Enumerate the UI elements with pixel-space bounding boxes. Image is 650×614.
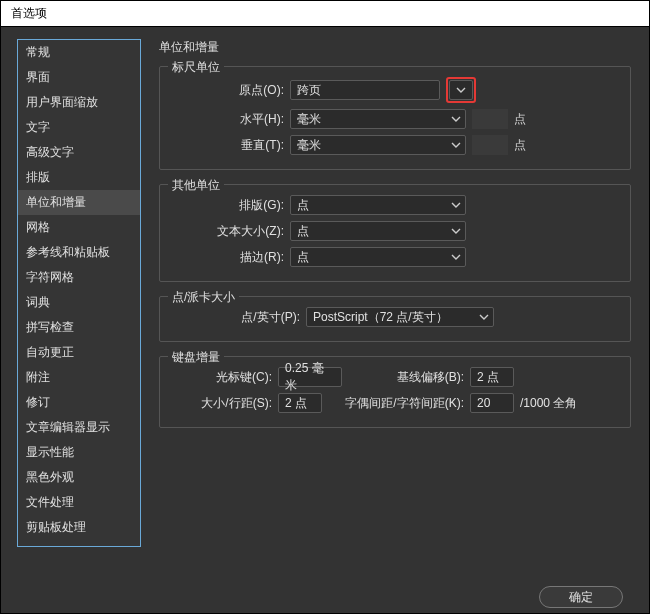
sidebar-item[interactable]: 文章编辑器显示 [18,415,140,440]
point-pica-select[interactable]: PostScript（72 点/英寸） [306,307,494,327]
ok-button[interactable]: 确定 [539,586,623,608]
keyboard-increments-legend: 键盘增量 [168,349,224,366]
stroke-label: 描边(R): [174,249,284,266]
horizontal-select[interactable]: 毫米 [290,109,466,129]
sidebar-item[interactable]: 附注 [18,365,140,390]
other-units-legend: 其他单位 [168,177,224,194]
window-body: 常规界面用户界面缩放文字高级文字排版单位和增量网格参考线和粘贴板字符网格词典拼写… [1,27,649,583]
size-leading-field[interactable]: 2 点 [278,393,322,413]
chevron-down-icon [456,85,466,95]
chevron-down-icon [451,226,461,236]
title-bar: 首选项 [1,1,649,27]
chevron-down-icon [451,140,461,150]
kerning-suffix: /1000 全角 [520,395,577,412]
sidebar-item[interactable]: 单位和增量 [18,190,140,215]
cursor-key-label: 光标键(C): [174,369,272,386]
text-size-select[interactable]: 点 [290,221,466,241]
point-pica-value: PostScript（72 点/英寸） [313,309,448,326]
horizontal-select-value: 毫米 [297,111,321,128]
sidebar-item[interactable]: 修订 [18,390,140,415]
chevron-down-icon [451,114,461,124]
horizontal-readout [472,109,508,129]
sidebar-item[interactable]: 用户界面缩放 [18,90,140,115]
origin-label: 原点(O): [174,82,284,99]
sidebar-item[interactable]: 字符网格 [18,265,140,290]
main-panel: 单位和增量 标尺单位 原点(O): 跨页 水平(H): [141,27,649,583]
typesetting-select-value: 点 [297,197,309,214]
point-pica-legend: 点/派卡大小 [168,289,239,306]
chevron-down-icon [451,200,461,210]
vertical-readout [472,135,508,155]
sidebar-list: 常规界面用户界面缩放文字高级文字排版单位和增量网格参考线和粘贴板字符网格词典拼写… [17,39,141,547]
sidebar-item[interactable]: 文件处理 [18,490,140,515]
origin-dropdown-button[interactable] [449,80,473,100]
sidebar-item[interactable]: 拼写检查 [18,315,140,340]
sidebar-item[interactable]: 自动更正 [18,340,140,365]
sidebar-item[interactable]: 词典 [18,290,140,315]
vertical-select-value: 毫米 [297,137,321,154]
window-title: 首选项 [11,6,47,20]
horizontal-label: 水平(H): [174,111,284,128]
sidebar-item[interactable]: 网格 [18,215,140,240]
sidebar-item[interactable]: 文字 [18,115,140,140]
baseline-shift-label: 基线偏移(B): [348,369,464,386]
point-pica-group: 点/派卡大小 点/英寸(P): PostScript（72 点/英寸） [159,296,631,342]
sidebar: 常规界面用户界面缩放文字高级文字排版单位和增量网格参考线和粘贴板字符网格词典拼写… [1,27,141,583]
panel-title: 单位和增量 [159,39,631,56]
origin-dropdown-highlight [446,77,476,103]
point-pica-label: 点/英寸(P): [174,309,300,326]
sidebar-item[interactable]: 高级文字 [18,140,140,165]
text-size-label: 文本大小(Z): [174,223,284,240]
sidebar-item[interactable]: 黑色外观 [18,465,140,490]
vertical-label: 垂直(T): [174,137,284,154]
chevron-down-icon [479,312,489,322]
baseline-shift-field[interactable]: 2 点 [470,367,514,387]
preferences-window: 首选项 常规界面用户界面缩放文字高级文字排版单位和增量网格参考线和粘贴板字符网格… [0,0,650,614]
sidebar-item[interactable]: 剪贴板处理 [18,515,140,540]
sidebar-item[interactable]: 界面 [18,65,140,90]
text-size-select-value: 点 [297,223,309,240]
sidebar-item[interactable]: 中文排版选项 [18,540,140,547]
sidebar-item[interactable]: 参考线和粘贴板 [18,240,140,265]
sidebar-item[interactable]: 排版 [18,165,140,190]
vertical-select[interactable]: 毫米 [290,135,466,155]
typesetting-label: 排版(G): [174,197,284,214]
typesetting-select[interactable]: 点 [290,195,466,215]
origin-select[interactable]: 跨页 [290,80,440,100]
size-leading-label: 大小/行距(S): [174,395,272,412]
stroke-select[interactable]: 点 [290,247,466,267]
sidebar-item[interactable]: 显示性能 [18,440,140,465]
ruler-units-group: 标尺单位 原点(O): 跨页 水平(H): 毫米 [159,66,631,170]
footer: 确定 [1,581,649,613]
other-units-group: 其他单位 排版(G): 点 文本大小(Z): 点 描边(R): [159,184,631,282]
cursor-key-field[interactable]: 0.25 毫米 [278,367,342,387]
ruler-units-legend: 标尺单位 [168,59,224,76]
stroke-select-value: 点 [297,249,309,266]
chevron-down-icon [451,252,461,262]
horizontal-unit: 点 [514,111,526,128]
vertical-unit: 点 [514,137,526,154]
origin-select-value: 跨页 [297,82,321,99]
keyboard-increments-group: 键盘增量 光标键(C): 0.25 毫米 基线偏移(B): 2 点 大小/行距(… [159,356,631,428]
kerning-label: 字偶间距/字符间距(K): [328,395,464,412]
sidebar-item[interactable]: 常规 [18,40,140,65]
kerning-field[interactable]: 20 [470,393,514,413]
